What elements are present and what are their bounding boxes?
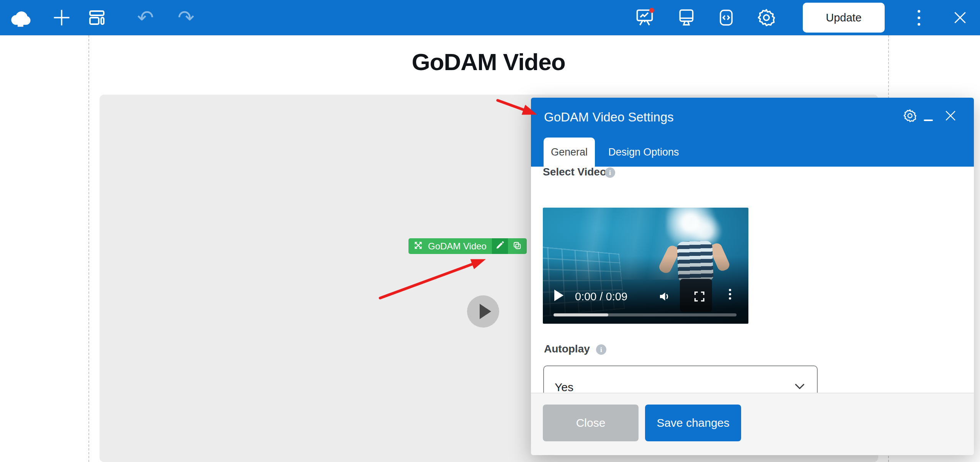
templates-icon[interactable] [85, 0, 109, 35]
move-icon [413, 240, 423, 252]
element-edit-button[interactable] [492, 238, 508, 254]
modal-settings-gear-icon[interactable] [901, 107, 919, 125]
builder-toolbar: ↶ ↷ Update [0, 0, 980, 35]
settings-gear-icon[interactable] [754, 0, 779, 35]
video-progress-fill [554, 313, 608, 316]
modal-minimize-icon[interactable] [920, 111, 937, 129]
element-copy-button[interactable] [508, 238, 527, 254]
add-element-icon[interactable] [49, 0, 74, 35]
undo-icon[interactable]: ↶ [133, 0, 158, 35]
play-icon [480, 304, 491, 319]
autoplay-label: Autoplay [544, 343, 590, 355]
frontend-preview-icon[interactable] [633, 0, 657, 35]
modal-header[interactable]: GoDAM Video Settings General Design Opti… [531, 98, 974, 167]
video-fullscreen-icon[interactable] [693, 290, 706, 305]
update-button[interactable]: Update [803, 3, 885, 33]
cloud-logo-icon[interactable] [8, 0, 35, 35]
godam-video-settings-modal: GoDAM Video Settings General Design Opti… [531, 98, 974, 454]
kebab-menu-icon[interactable] [908, 0, 929, 35]
left-layout-guide [88, 35, 89, 462]
modal-close-icon[interactable] [942, 107, 959, 125]
autoplay-info-icon[interactable]: i [596, 344, 606, 355]
video-preview-player[interactable]: 0:00 / 0:09 [543, 208, 748, 324]
copy-icon [512, 241, 522, 252]
responsive-preview-icon[interactable] [675, 0, 698, 35]
modal-footer: Close Save changes [531, 393, 974, 455]
autoplay-selected-value: Yes [555, 381, 573, 394]
element-move-handle[interactable]: GoDAM Video [408, 238, 492, 254]
edit-pencil-icon [495, 241, 505, 252]
element-control-pill[interactable]: GoDAM Video [408, 238, 527, 254]
save-changes-button[interactable]: Save changes [645, 405, 741, 441]
tab-general[interactable]: General [544, 138, 595, 167]
modal-title: GoDAM Video Settings [544, 110, 674, 125]
close-button[interactable]: Close [543, 405, 639, 441]
video-more-options-icon[interactable] [729, 289, 731, 300]
element-pill-label: GoDAM Video [428, 241, 487, 252]
canvas-video-play-button[interactable] [467, 295, 499, 328]
video-progress-bar[interactable] [554, 313, 737, 316]
redo-icon[interactable]: ↷ [174, 0, 198, 35]
video-play-icon[interactable] [554, 290, 564, 301]
chevron-down-icon [794, 382, 805, 392]
select-video-label: Select Video [543, 166, 606, 178]
page-title: GoDAM Video [89, 48, 888, 75]
select-video-info-icon[interactable]: i [605, 167, 615, 178]
video-time-display: 0:00 / 0:09 [575, 290, 627, 303]
toolbar-close-icon[interactable] [949, 0, 972, 35]
custom-code-icon[interactable] [714, 0, 738, 35]
tab-design-options[interactable]: Design Options [604, 138, 683, 167]
video-volume-icon[interactable] [658, 290, 671, 305]
